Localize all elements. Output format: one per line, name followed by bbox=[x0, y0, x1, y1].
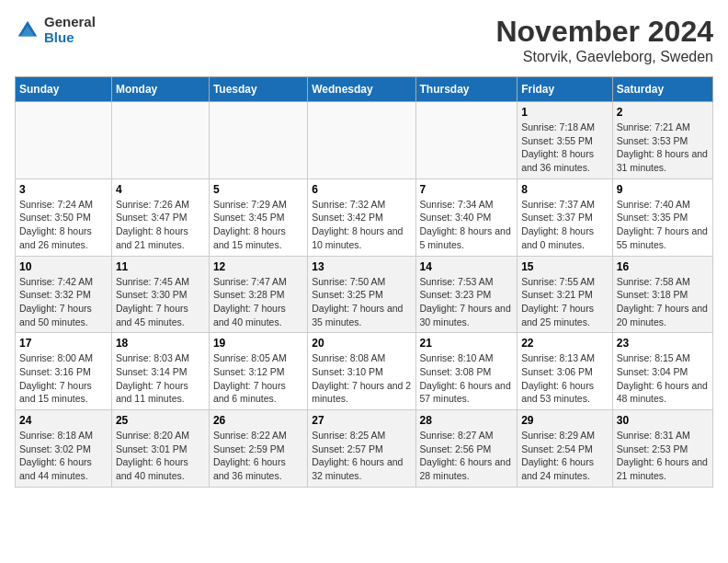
calendar-cell: 20Sunrise: 8:08 AM Sunset: 3:10 PM Dayli… bbox=[308, 333, 415, 410]
title-area: November 2024 Storvik, Gaevleborg, Swede… bbox=[495, 15, 713, 65]
header-wednesday: Wednesday bbox=[308, 77, 415, 102]
day-number: 17 bbox=[19, 337, 108, 350]
calendar-cell: 2Sunrise: 7:21 AM Sunset: 3:53 PM Daylig… bbox=[612, 102, 712, 179]
calendar-cell: 12Sunrise: 7:47 AM Sunset: 3:28 PM Dayli… bbox=[209, 256, 307, 333]
day-info: Sunrise: 7:58 AM Sunset: 3:18 PM Dayligh… bbox=[617, 275, 709, 329]
calendar-cell: 6Sunrise: 7:32 AM Sunset: 3:42 PM Daylig… bbox=[308, 178, 415, 256]
day-number: 27 bbox=[312, 414, 411, 427]
calendar-cell: 15Sunrise: 7:55 AM Sunset: 3:21 PM Dayli… bbox=[518, 256, 613, 333]
day-number: 26 bbox=[213, 414, 303, 427]
header-saturday: Saturday bbox=[612, 77, 712, 102]
header-monday: Monday bbox=[111, 77, 209, 102]
header-sunday: Sunday bbox=[16, 77, 112, 102]
calendar-cell: 29Sunrise: 8:29 AM Sunset: 2:54 PM Dayli… bbox=[518, 410, 613, 488]
day-number: 20 bbox=[312, 337, 411, 350]
calendar-table: Sunday Monday Tuesday Wednesday Thursday… bbox=[15, 76, 713, 488]
calendar-cell: 9Sunrise: 7:40 AM Sunset: 3:35 PM Daylig… bbox=[612, 178, 712, 256]
day-number: 8 bbox=[521, 183, 609, 196]
day-info: Sunrise: 8:18 AM Sunset: 3:02 PM Dayligh… bbox=[19, 429, 108, 483]
main-title: November 2024 bbox=[495, 15, 713, 49]
day-info: Sunrise: 7:40 AM Sunset: 3:35 PM Dayligh… bbox=[617, 198, 709, 252]
calendar-cell: 24Sunrise: 8:18 AM Sunset: 3:02 PM Dayli… bbox=[16, 410, 112, 488]
calendar-cell: 14Sunrise: 7:53 AM Sunset: 3:23 PM Dayli… bbox=[415, 256, 518, 333]
day-info: Sunrise: 8:08 AM Sunset: 3:10 PM Dayligh… bbox=[312, 351, 411, 406]
day-number: 5 bbox=[213, 183, 303, 196]
day-number: 29 bbox=[521, 414, 609, 427]
day-info: Sunrise: 7:29 AM Sunset: 3:45 PM Dayligh… bbox=[213, 198, 303, 252]
day-number: 16 bbox=[617, 260, 709, 273]
calendar-cell: 3Sunrise: 7:24 AM Sunset: 3:50 PM Daylig… bbox=[16, 178, 112, 256]
day-info: Sunrise: 8:10 AM Sunset: 3:08 PM Dayligh… bbox=[420, 351, 514, 406]
calendar-cell bbox=[415, 102, 518, 179]
day-info: Sunrise: 7:50 AM Sunset: 3:25 PM Dayligh… bbox=[312, 275, 411, 329]
calendar-header: Sunday Monday Tuesday Wednesday Thursday… bbox=[16, 77, 713, 102]
subtitle: Storvik, Gaevleborg, Sweden bbox=[495, 49, 713, 65]
day-info: Sunrise: 8:20 AM Sunset: 3:01 PM Dayligh… bbox=[116, 429, 205, 483]
day-info: Sunrise: 8:27 AM Sunset: 2:56 PM Dayligh… bbox=[420, 429, 514, 483]
calendar-week-3: 10Sunrise: 7:42 AM Sunset: 3:32 PM Dayli… bbox=[16, 256, 713, 333]
calendar-cell: 19Sunrise: 8:05 AM Sunset: 3:12 PM Dayli… bbox=[209, 333, 307, 410]
day-info: Sunrise: 7:32 AM Sunset: 3:42 PM Dayligh… bbox=[312, 198, 411, 252]
day-info: Sunrise: 8:03 AM Sunset: 3:14 PM Dayligh… bbox=[116, 351, 205, 406]
day-number: 4 bbox=[116, 183, 205, 196]
calendar-cell: 13Sunrise: 7:50 AM Sunset: 3:25 PM Dayli… bbox=[308, 256, 415, 333]
calendar-cell: 7Sunrise: 7:34 AM Sunset: 3:40 PM Daylig… bbox=[415, 178, 518, 256]
logo: General Blue bbox=[15, 15, 96, 45]
day-info: Sunrise: 8:13 AM Sunset: 3:06 PM Dayligh… bbox=[521, 351, 609, 406]
calendar-week-4: 17Sunrise: 8:00 AM Sunset: 3:16 PM Dayli… bbox=[16, 333, 713, 410]
day-number: 21 bbox=[420, 337, 514, 350]
calendar-cell bbox=[209, 102, 307, 179]
header-friday: Friday bbox=[518, 77, 613, 102]
day-info: Sunrise: 7:45 AM Sunset: 3:30 PM Dayligh… bbox=[116, 275, 205, 329]
day-info: Sunrise: 7:24 AM Sunset: 3:50 PM Dayligh… bbox=[19, 198, 108, 252]
calendar-cell: 17Sunrise: 8:00 AM Sunset: 3:16 PM Dayli… bbox=[16, 333, 112, 410]
day-info: Sunrise: 7:55 AM Sunset: 3:21 PM Dayligh… bbox=[521, 275, 609, 329]
calendar-cell: 11Sunrise: 7:45 AM Sunset: 3:30 PM Dayli… bbox=[111, 256, 209, 333]
day-number: 14 bbox=[420, 260, 514, 273]
day-number: 25 bbox=[116, 414, 205, 427]
day-info: Sunrise: 7:21 AM Sunset: 3:53 PM Dayligh… bbox=[617, 121, 709, 175]
logo-icon bbox=[15, 17, 40, 43]
calendar-cell: 30Sunrise: 8:31 AM Sunset: 2:53 PM Dayli… bbox=[612, 410, 712, 488]
calendar-cell: 18Sunrise: 8:03 AM Sunset: 3:14 PM Dayli… bbox=[111, 333, 209, 410]
calendar-cell: 25Sunrise: 8:20 AM Sunset: 3:01 PM Dayli… bbox=[111, 410, 209, 488]
day-number: 1 bbox=[521, 106, 609, 119]
day-info: Sunrise: 7:42 AM Sunset: 3:32 PM Dayligh… bbox=[19, 275, 108, 329]
calendar-cell: 10Sunrise: 7:42 AM Sunset: 3:32 PM Dayli… bbox=[16, 256, 112, 333]
day-number: 9 bbox=[617, 183, 709, 196]
day-info: Sunrise: 8:22 AM Sunset: 2:59 PM Dayligh… bbox=[213, 429, 303, 483]
calendar-week-1: 1Sunrise: 7:18 AM Sunset: 3:55 PM Daylig… bbox=[16, 102, 713, 179]
calendar-cell bbox=[111, 102, 209, 179]
day-info: Sunrise: 7:34 AM Sunset: 3:40 PM Dayligh… bbox=[420, 198, 514, 252]
day-info: Sunrise: 7:18 AM Sunset: 3:55 PM Dayligh… bbox=[521, 121, 609, 175]
calendar-cell bbox=[308, 102, 415, 179]
calendar-cell bbox=[16, 102, 112, 179]
header-row: Sunday Monday Tuesday Wednesday Thursday… bbox=[16, 77, 713, 102]
calendar-week-5: 24Sunrise: 8:18 AM Sunset: 3:02 PM Dayli… bbox=[16, 410, 713, 488]
day-number: 28 bbox=[420, 414, 514, 427]
day-number: 11 bbox=[116, 260, 205, 273]
day-number: 19 bbox=[213, 337, 303, 350]
day-number: 13 bbox=[312, 260, 411, 273]
day-info: Sunrise: 7:37 AM Sunset: 3:37 PM Dayligh… bbox=[521, 198, 609, 252]
day-number: 3 bbox=[19, 183, 108, 196]
calendar-cell: 22Sunrise: 8:13 AM Sunset: 3:06 PM Dayli… bbox=[518, 333, 613, 410]
day-number: 12 bbox=[213, 260, 303, 273]
day-info: Sunrise: 8:05 AM Sunset: 3:12 PM Dayligh… bbox=[213, 351, 303, 406]
day-info: Sunrise: 8:00 AM Sunset: 3:16 PM Dayligh… bbox=[19, 351, 108, 406]
header-tuesday: Tuesday bbox=[209, 77, 307, 102]
day-info: Sunrise: 7:26 AM Sunset: 3:47 PM Dayligh… bbox=[116, 198, 205, 252]
calendar-cell: 5Sunrise: 7:29 AM Sunset: 3:45 PM Daylig… bbox=[209, 178, 307, 256]
day-info: Sunrise: 8:29 AM Sunset: 2:54 PM Dayligh… bbox=[521, 429, 609, 483]
calendar-cell: 4Sunrise: 7:26 AM Sunset: 3:47 PM Daylig… bbox=[111, 178, 209, 256]
day-number: 23 bbox=[617, 337, 709, 350]
day-info: Sunrise: 8:31 AM Sunset: 2:53 PM Dayligh… bbox=[617, 429, 709, 483]
calendar-cell: 27Sunrise: 8:25 AM Sunset: 2:57 PM Dayli… bbox=[308, 410, 415, 488]
calendar-cell: 16Sunrise: 7:58 AM Sunset: 3:18 PM Dayli… bbox=[612, 256, 712, 333]
day-info: Sunrise: 8:15 AM Sunset: 3:04 PM Dayligh… bbox=[617, 351, 709, 406]
day-number: 7 bbox=[420, 183, 514, 196]
day-number: 22 bbox=[521, 337, 609, 350]
header: General Blue November 2024 Storvik, Gaev… bbox=[15, 15, 713, 65]
header-thursday: Thursday bbox=[415, 77, 518, 102]
logo-blue: Blue bbox=[44, 30, 96, 46]
